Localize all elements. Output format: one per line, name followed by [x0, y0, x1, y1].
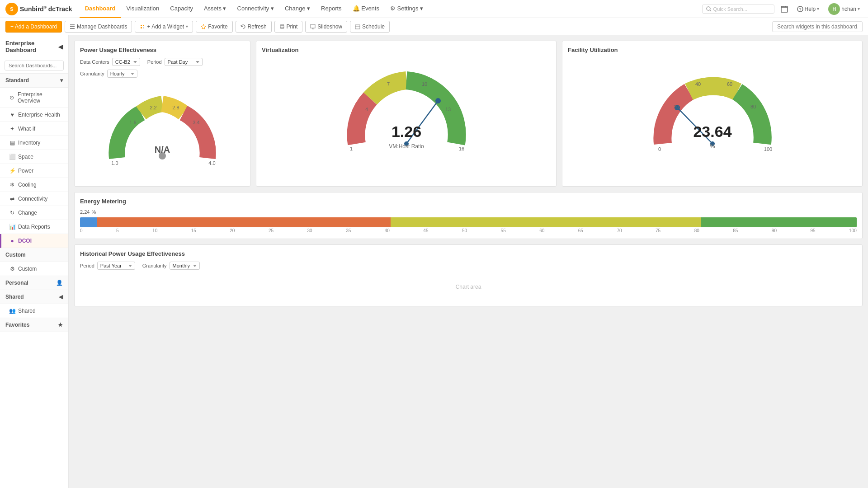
historical-controls: Period Past YearPast MonthPast WeekPast …: [80, 262, 857, 270]
pue-datacenters-control: Data Centers CC-B2: [80, 58, 140, 66]
add-widget-chevron: ▾: [186, 24, 188, 29]
svg-text:2.2: 2.2: [150, 105, 156, 110]
energy-title: Energy Metering: [80, 198, 857, 205]
svg-point-2: [707, 7, 710, 10]
pue-controls: Data Centers CC-B2 Period Past DayPast W…: [80, 58, 245, 66]
personal-section-header[interactable]: Personal 👤: [0, 276, 68, 290]
sidebar-item-inventory[interactable]: ▤ Inventory: [0, 136, 68, 150]
personal-section: Personal 👤: [0, 276, 68, 290]
favorite-button[interactable]: Favorite: [196, 21, 232, 33]
sidebar-item-custom[interactable]: ⚙ Custom: [0, 262, 68, 276]
svg-rect-12: [70, 28, 75, 29]
sidebar-item-power[interactable]: ⚡ Power: [0, 164, 68, 178]
standard-section-header[interactable]: Standard ▾: [0, 74, 68, 88]
pue-period-control: Period Past DayPast WeekPast MonthPast Y…: [147, 58, 203, 66]
sidebar-item-enterprise-health[interactable]: ♥ Enterprise Health: [0, 108, 68, 122]
cooling-icon: ❄: [9, 182, 15, 188]
nav-right-controls: Quick Search... ? Help ▾ H hchan ▾: [702, 1, 863, 17]
sidebar-item-enterprise-overview[interactable]: ⊙ Enterprise Overview: [0, 88, 68, 108]
svg-text:4: 4: [365, 107, 368, 112]
nav-assets[interactable]: Assets ▾: [198, 0, 232, 18]
historical-pue-widget: Historical Power Usage Effectiveness Per…: [74, 244, 863, 306]
svg-text:20: 20: [673, 104, 679, 109]
pue-granularity-select[interactable]: HourlyDailyMonthly: [107, 70, 137, 78]
nav-dashboard[interactable]: Dashboard: [80, 0, 121, 18]
svg-text:10: 10: [421, 81, 427, 87]
pue-datacenters-select[interactable]: CC-B2: [112, 58, 140, 66]
slideshow-button[interactable]: Slideshow: [305, 21, 347, 33]
user-menu-button[interactable]: H hchan ▾: [826, 1, 863, 17]
energy-bar-orange: [97, 217, 391, 227]
pue-gauge-container: 1.0 1.6 2.2 2.8 3.4 4.0 N/A: [80, 81, 245, 181]
nav-reports[interactable]: Reports: [316, 0, 347, 18]
standard-section: Standard ▾ ⊙ Enterprise Overview ♥ Enter…: [0, 74, 68, 248]
pue-period-select[interactable]: Past DayPast WeekPast MonthPast Year: [165, 58, 203, 66]
sidebar-item-dcoi[interactable]: ● DCOI: [0, 234, 68, 248]
top-widget-row: Power Usage Effectiveness Data Centers C…: [74, 41, 863, 187]
nav-connectivity[interactable]: Connectivity ▾: [232, 0, 279, 18]
refresh-icon: [241, 24, 246, 29]
virtualization-title: Virtualization: [262, 47, 551, 53]
pue-widget: Power Usage Effectiveness Data Centers C…: [74, 41, 250, 187]
manage-dashboards-button[interactable]: Manage Dashboards: [65, 21, 132, 33]
refresh-button[interactable]: Refresh: [236, 21, 272, 33]
sidebar-item-cooling[interactable]: ❄ Cooling: [0, 178, 68, 192]
pue-granularity-control: Granularity HourlyDailyMonthly: [80, 70, 137, 78]
sidebar-item-connectivity[interactable]: ⇌ Connectivity: [0, 192, 68, 206]
sidebar-collapse-icon[interactable]: ◀: [58, 43, 63, 50]
energy-bar-track: [80, 217, 857, 227]
nav-events[interactable]: 🔔 Events: [347, 0, 385, 18]
power-icon: ⚡: [9, 168, 15, 174]
help-button[interactable]: ? Help ▾: [794, 4, 822, 14]
star-icon: [201, 24, 206, 29]
hist-period-select[interactable]: Past YearPast MonthPast WeekPast Day: [97, 262, 135, 270]
add-widget-button[interactable]: + Add a Widget ▾: [135, 21, 193, 33]
widget-search-input[interactable]: [772, 21, 863, 32]
historical-chart-placeholder: Chart area: [80, 273, 857, 300]
energy-bar-label: 2.24 %: [80, 209, 857, 215]
shared-section-header[interactable]: Shared ◀: [0, 290, 68, 304]
sidebar-search-container: [0, 58, 68, 74]
print-icon: [279, 24, 285, 29]
sidebar-item-shared[interactable]: 👥 Shared: [0, 304, 68, 318]
sidebar-item-space[interactable]: ⬜ Space: [0, 150, 68, 164]
hist-period-control: Period Past YearPast MonthPast WeekPast …: [80, 262, 135, 270]
svg-text:4.0: 4.0: [208, 160, 215, 166]
energy-axis: 0 5 10 15 20 25 30 35 40 45 50 55 60 65 …: [80, 228, 857, 233]
pue-title: Power Usage Effectiveness: [80, 47, 245, 53]
sidebar-search-input[interactable]: [5, 61, 64, 70]
svg-rect-16: [143, 27, 144, 28]
custom-section-header[interactable]: Custom: [0, 248, 68, 262]
favorites-section-header[interactable]: Favorites ★: [0, 318, 68, 332]
hist-granularity-select[interactable]: MonthlyWeeklyDailyHourly: [170, 262, 200, 270]
enterprise-overview-icon: ⊙: [9, 94, 15, 101]
sidebar-header: Enterprise Dashboard ◀: [0, 35, 68, 58]
svg-text:80: 80: [750, 104, 755, 109]
nav-change[interactable]: Change ▾: [279, 0, 316, 18]
search-icon: [706, 6, 712, 12]
svg-rect-11: [70, 26, 75, 27]
svg-text:16: 16: [458, 146, 464, 151]
facility-title: Facility Utilization: [568, 47, 857, 53]
print-button[interactable]: Print: [274, 21, 303, 33]
nav-settings[interactable]: ⚙ Settings ▾: [385, 0, 429, 18]
historical-title: Historical Power Usage Effectiveness: [80, 250, 857, 257]
quick-search-box[interactable]: Quick Search...: [702, 5, 774, 14]
svg-rect-14: [143, 25, 144, 26]
svg-text:%: %: [710, 143, 715, 150]
inventory-icon: ▤: [9, 140, 15, 146]
svg-text:1.26: 1.26: [391, 123, 421, 140]
virtualization-gauge-container: 1 4 7 10 13 16 1.26 VM:Host Ratio: [262, 58, 551, 171]
sidebar-item-change[interactable]: ↻ Change: [0, 206, 68, 220]
help-chevron: ▾: [817, 6, 819, 11]
calendar-button[interactable]: [778, 4, 791, 14]
schedule-button[interactable]: Schedule: [350, 21, 390, 33]
nav-links: Dashboard Visualization Capacity Assets …: [80, 0, 702, 18]
sidebar-item-data-reports[interactable]: 📊 Data Reports: [0, 220, 68, 234]
sidebar-item-what-if[interactable]: ✦ What-if: [0, 122, 68, 136]
schedule-icon: [355, 24, 360, 29]
nav-capacity[interactable]: Capacity: [165, 0, 198, 18]
add-dashboard-button[interactable]: + Add a Dashboard: [5, 21, 62, 33]
nav-visualization[interactable]: Visualization: [121, 0, 165, 18]
standard-chevron: ▾: [60, 77, 63, 84]
